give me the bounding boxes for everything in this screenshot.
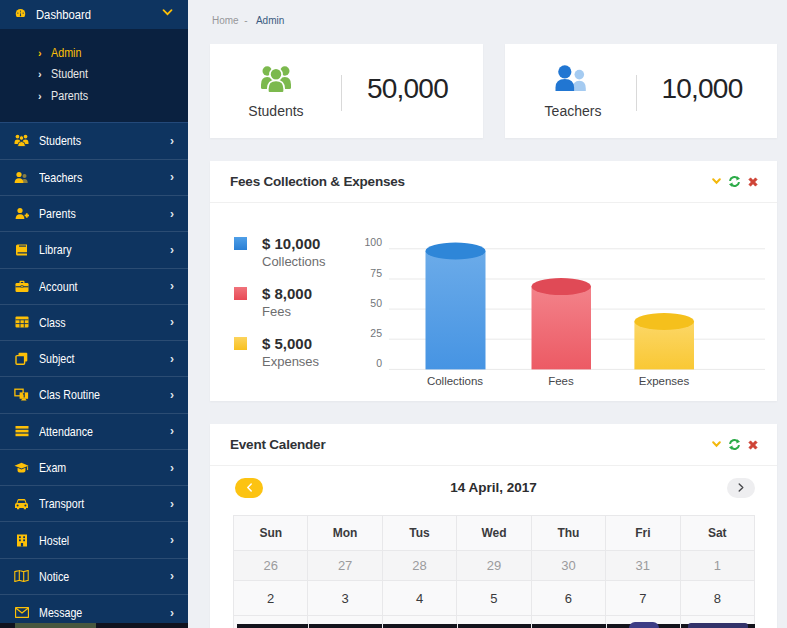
svg-text:50: 50 — [370, 297, 382, 309]
svg-text:75: 75 — [370, 267, 382, 279]
svg-text:25: 25 — [370, 327, 382, 339]
svg-text:Fees: Fees — [548, 375, 574, 387]
svg-text:100: 100 — [364, 236, 382, 248]
svg-text:Collections: Collections — [427, 375, 483, 387]
svg-text:Expenses: Expenses — [639, 375, 690, 387]
svg-text:0: 0 — [376, 357, 382, 369]
